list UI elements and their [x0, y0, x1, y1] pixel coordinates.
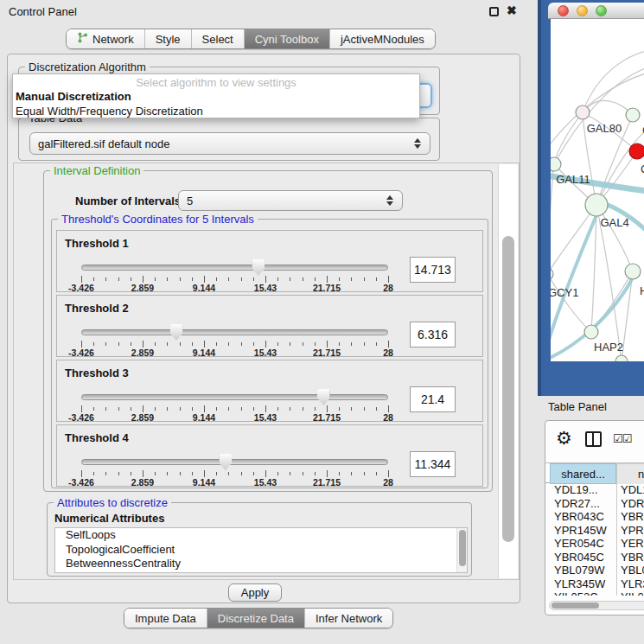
tab-infer-network[interactable]: Infer Network — [304, 609, 392, 628]
cell-shared-name[interactable]: YIL052C — [554, 590, 598, 596]
cell-shared-name[interactable]: YDL19... — [554, 483, 598, 496]
slider-thumb[interactable] — [170, 324, 183, 341]
threshold-value-field[interactable]: 11.344 — [410, 451, 456, 477]
close-icon[interactable]: ✖ — [507, 3, 517, 17]
slider-thumb[interactable] — [317, 389, 330, 405]
dropdown-option-equal-width[interactable]: Equal Width/Frequency Discretization — [13, 104, 419, 118]
dropdown-hint: Select algorithm to view settings — [13, 74, 419, 89]
tick-mark — [376, 472, 377, 475]
tick-mark — [167, 407, 168, 411]
threshold-3-slider[interactable] — [81, 393, 388, 401]
slider-thumb[interactable] — [219, 454, 232, 470]
cell-name[interactable]: YIL0 — [621, 590, 644, 596]
cell-shared-name[interactable]: YBR045C — [554, 551, 604, 564]
dropdown-option-manual[interactable]: Manual Discretization — [13, 89, 419, 104]
minimize-traffic-light-icon[interactable] — [577, 5, 588, 16]
tick-mark — [167, 342, 168, 346]
cell-shared-name[interactable]: YDR27... — [554, 497, 600, 510]
select-columns-icon[interactable]: ☑☑ — [613, 432, 631, 445]
node-hap2[interactable] — [584, 325, 598, 339]
tab-cyni-toolbox[interactable]: Cyni Toolbox — [244, 29, 329, 48]
cell-name[interactable]: YER0 — [621, 537, 644, 550]
float-window-icon[interactable] — [489, 7, 499, 16]
cell-name[interactable]: YBR0 — [621, 551, 644, 564]
table-horizontal-scrollbar[interactable] — [549, 601, 644, 610]
threshold-value-field[interactable]: 6.316 — [410, 322, 456, 348]
table-data-combobox[interactable]: galFiltered.sif default node — [29, 132, 430, 155]
table-row[interactable]: YBR043CYBR0 — [545, 510, 644, 524]
attribute-list-item[interactable]: BetweennessCentrality — [55, 557, 467, 571]
table-row[interactable]: YBL079WYBL0 — [545, 564, 644, 577]
node-selected-red[interactable] — [629, 143, 644, 159]
cell-shared-name[interactable]: YPR145W — [554, 524, 607, 537]
cell-name[interactable]: YBR0 — [621, 510, 644, 523]
attribute-list-item[interactable]: TopologicalCoefficient — [55, 543, 467, 558]
slider-thumb[interactable] — [252, 259, 265, 276]
slider-track — [81, 265, 388, 271]
tab-discretize-data[interactable]: Discretize Data — [207, 609, 304, 628]
cell-name[interactable]: YPR1 — [621, 524, 644, 537]
cell-shared-name[interactable]: YLR345W — [554, 577, 605, 590]
node-gal11[interactable] — [551, 157, 561, 171]
tick-mark — [265, 470, 266, 477]
tick-label: 9.144 — [193, 348, 215, 358]
tick-mark — [339, 342, 340, 346]
cell-shared-name[interactable]: YER054C — [554, 537, 604, 550]
node-partial-top-right[interactable] — [626, 108, 640, 122]
cell-name[interactable]: YBL0 — [621, 564, 644, 577]
tick-mark — [93, 277, 94, 281]
apply-button[interactable]: Apply — [228, 583, 282, 602]
threshold-1-slider[interactable] — [81, 264, 388, 271]
threshold-2-slider[interactable] — [81, 328, 388, 336]
close-traffic-light-icon[interactable] — [558, 5, 569, 16]
cell-shared-name[interactable]: YBL079W — [554, 564, 605, 577]
tick-mark — [204, 470, 205, 477]
table-row[interactable]: YER054CYER0 — [545, 537, 644, 551]
column-header-name[interactable]: n — [617, 463, 644, 484]
tick-label: -3.426 — [68, 477, 94, 488]
zoom-traffic-light-icon[interactable] — [596, 5, 607, 16]
list-scrollbar[interactable] — [456, 528, 467, 572]
tick-mark — [303, 472, 303, 475]
tab-network[interactable]: Network — [67, 29, 144, 48]
network-canvas[interactable]: GAL80 G GAL11 C GAL4 GCY1 H HAP2 — [551, 19, 644, 361]
node-partial-right[interactable] — [625, 264, 641, 279]
tab-select[interactable]: Select — [191, 29, 244, 48]
cell-shared-name[interactable]: YBR043C — [554, 510, 604, 523]
cell-name[interactable]: YLR3 — [621, 577, 644, 590]
attribute-list-item[interactable]: SelfLoops — [55, 528, 467, 543]
node-gal80[interactable] — [576, 105, 590, 119]
node-partial-bottom[interactable] — [615, 355, 628, 361]
number-of-intervals-combobox[interactable]: 5 — [178, 190, 403, 211]
table-header-row: shared... n — [545, 462, 644, 483]
table-row[interactable]: YLR345WYLR3 — [545, 577, 644, 591]
split-panel-icon[interactable] — [585, 431, 602, 447]
scrollbar-thumb[interactable] — [552, 603, 599, 609]
scrollbar-thumb[interactable] — [502, 236, 514, 542]
tick-mark — [81, 276, 82, 283]
slider-tick-labels: -3.4262.8599.14415.4321.71528 — [81, 283, 388, 292]
tab-impute-data[interactable]: Impute Data — [124, 609, 207, 628]
table-row[interactable]: YBR045CYBR0 — [545, 551, 644, 564]
numerical-attributes-list[interactable]: SelfLoopsTopologicalCoefficientBetweenne… — [54, 527, 468, 573]
tab-label: jActiveMNodules — [341, 33, 424, 46]
threshold-label: Threshold 2 — [65, 302, 129, 315]
cell-name[interactable]: YDL1 — [621, 483, 644, 496]
node-gcy1[interactable] — [551, 268, 553, 280]
cell-name[interactable]: YDR2 — [621, 497, 644, 510]
tick-mark — [351, 472, 352, 475]
column-header-shared-name[interactable]: shared... — [550, 463, 616, 484]
table-row[interactable]: YDR27...YDR2 — [545, 497, 644, 511]
node-gal4[interactable] — [585, 194, 608, 216]
threshold-value-field[interactable]: 14.713 — [410, 257, 456, 283]
scrollbar-thumb[interactable] — [459, 530, 466, 566]
settings-gear-icon[interactable]: ⚙ — [556, 428, 572, 449]
table-row[interactable]: YIL052CYIL0 — [545, 590, 644, 596]
tab-jactivemnodules[interactable]: jActiveMNodules — [329, 29, 435, 48]
threshold-4-slider[interactable] — [81, 458, 388, 466]
tab-style[interactable]: Style — [144, 29, 191, 48]
table-row[interactable]: YPR145WYPR1 — [545, 524, 644, 538]
threshold-value-field[interactable]: 21.4 — [410, 386, 456, 412]
settings-scrollbar[interactable] — [498, 164, 518, 578]
table-row[interactable]: YDL19...YDL1 — [545, 483, 644, 497]
